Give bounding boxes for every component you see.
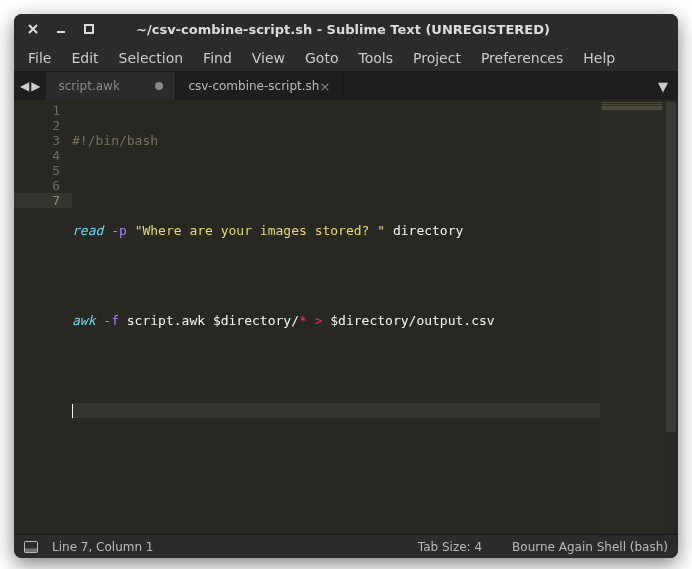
code-token: $directory/output.csv: [330, 313, 494, 328]
code-token: awk: [72, 313, 95, 328]
code-token: "Where are your images stored? ": [135, 223, 385, 238]
menu-view[interactable]: View: [242, 46, 295, 70]
menu-help[interactable]: Help: [573, 46, 625, 70]
line-number: 7: [14, 193, 72, 208]
code-content[interactable]: #!/bin/bash read -p "Where are your imag…: [72, 100, 600, 534]
code-token: #!/bin/bash: [72, 133, 158, 148]
menu-preferences[interactable]: Preferences: [471, 46, 573, 70]
status-bar: Line 7, Column 1 Tab Size: 4 Bourne Agai…: [14, 534, 678, 558]
cursor: [72, 404, 73, 418]
maximize-icon[interactable]: [82, 22, 96, 36]
code-token: read: [72, 223, 103, 238]
tab-bar: ◀ ▶ script.awk csv-combine-script.sh × ▼: [14, 72, 678, 100]
history-forward-icon[interactable]: ▶: [31, 79, 40, 93]
status-position[interactable]: Line 7, Column 1: [52, 540, 154, 554]
menu-find[interactable]: Find: [193, 46, 242, 70]
status-tabsize[interactable]: Tab Size: 4: [418, 540, 482, 554]
menubar: File Edit Selection Find View Goto Tools…: [14, 44, 678, 72]
titlebar: ~/csv-combine-script.sh - Sublime Text (…: [14, 14, 678, 44]
menu-project[interactable]: Project: [403, 46, 471, 70]
svg-rect-2: [25, 548, 38, 552]
menu-selection[interactable]: Selection: [109, 46, 194, 70]
dirty-indicator-icon: [155, 82, 163, 90]
svg-rect-0: [85, 25, 93, 33]
close-icon[interactable]: [26, 22, 40, 36]
gutter: 1 2 3 4 5 6 7: [14, 100, 72, 534]
code-token: *: [299, 313, 307, 328]
code-token: directory: [393, 223, 463, 238]
vertical-scrollbar[interactable]: [664, 100, 678, 534]
minimap[interactable]: [600, 100, 664, 534]
panel-switcher-icon[interactable]: [24, 541, 38, 553]
line-number: 6: [14, 178, 60, 193]
menu-tools[interactable]: Tools: [348, 46, 403, 70]
window-controls: [26, 22, 96, 36]
tab-history: ◀ ▶: [14, 72, 46, 100]
code-token: -p: [111, 223, 127, 238]
code-token: -f: [103, 313, 119, 328]
tab-csv-combine-script[interactable]: csv-combine-script.sh ×: [176, 72, 343, 100]
history-back-icon[interactable]: ◀: [20, 79, 29, 93]
tab-menu-icon[interactable]: ▼: [648, 72, 678, 100]
minimize-icon[interactable]: [54, 22, 68, 36]
line-number: 5: [14, 163, 60, 178]
tab-label: script.awk: [58, 79, 119, 93]
line-number: 3: [14, 133, 60, 148]
close-tab-icon[interactable]: ×: [319, 80, 330, 93]
line-number: 1: [14, 103, 60, 118]
tab-script-awk[interactable]: script.awk: [46, 72, 176, 100]
menu-file[interactable]: File: [18, 46, 61, 70]
editor[interactable]: 1 2 3 4 5 6 7 #!/bin/bash read -p "Where…: [14, 100, 678, 534]
window-title: ~/csv-combine-script.sh - Sublime Text (…: [96, 22, 670, 37]
menu-edit[interactable]: Edit: [61, 46, 108, 70]
tab-label: csv-combine-script.sh: [188, 79, 319, 93]
window: ~/csv-combine-script.sh - Sublime Text (…: [14, 14, 678, 558]
scrollbar-thumb[interactable]: [666, 102, 676, 432]
line-number: 2: [14, 118, 60, 133]
code-token: >: [315, 313, 323, 328]
code-token: script.awk $directory/: [127, 313, 299, 328]
line-number: 4: [14, 148, 60, 163]
menu-goto[interactable]: Goto: [295, 46, 348, 70]
status-syntax[interactable]: Bourne Again Shell (bash): [512, 540, 668, 554]
minimap-content: [602, 102, 662, 110]
